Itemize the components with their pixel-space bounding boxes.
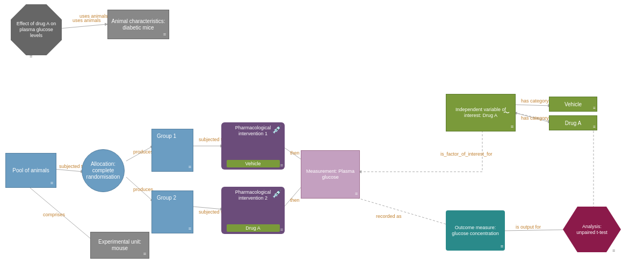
analysis-doc-icon: ≡ xyxy=(612,248,615,253)
pharma1-syringe-icon: 💉 xyxy=(272,125,281,134)
measurement-node: Measurement: Plasma glucose ≡ xyxy=(301,150,360,199)
druga-doc-icon: ≡ xyxy=(593,124,596,129)
pool-of-animals-node: Pool of animals ≡ xyxy=(5,153,56,188)
druga-cat-label: Drug A xyxy=(565,120,582,126)
label-is-output-for: is output for xyxy=(516,224,541,230)
allocation-node: Allocation: complete randomisation ≡ xyxy=(82,149,125,192)
svg-line-1 xyxy=(54,169,83,172)
pharma2-doc-icon: ≡ xyxy=(280,227,283,232)
group1-doc-icon: ≡ xyxy=(189,164,191,170)
label-produces-2: produces xyxy=(133,187,153,192)
animal-chars-doc-icon: ≡ xyxy=(163,32,166,37)
study-title-node: Effect of drug A on plasma glucose level… xyxy=(11,4,62,55)
independent-var-node: Independent variable of interest: Drug A… xyxy=(446,94,516,131)
label-recorded-as: recorded as xyxy=(376,214,402,219)
analysis-label: Analysis: unpaired t-test xyxy=(574,224,610,236)
experimental-unit-node: Experimental unit: mouse ≡ xyxy=(90,232,149,259)
label-produces-1: produces xyxy=(133,149,153,155)
arrows-svg xyxy=(0,0,644,271)
measurement-doc-icon: ≡ xyxy=(355,191,358,196)
vehicle-cat-node: Vehicle ≡ xyxy=(549,97,597,112)
group2-label: Group 2 xyxy=(155,194,178,202)
wave-icon: 〜 xyxy=(503,108,510,118)
analysis-node: Analysis: unpaired t-test xyxy=(563,207,621,252)
measurement-label: Measurement: Plasma glucose xyxy=(304,169,357,180)
study-title-label: Effect of drug A on plasma glucose level… xyxy=(11,20,62,39)
group2-node: Group 2 ≡ xyxy=(151,191,193,233)
pool-label: Pool of animals xyxy=(10,166,51,175)
group1-label: Group 1 xyxy=(155,132,178,141)
label-comprises: comprises xyxy=(43,212,65,217)
pharma1-vehicle-bar: Vehicle xyxy=(227,160,280,167)
independent-var-doc-icon: ≡ xyxy=(511,124,513,129)
label-is-factor: is_factor_of_interest_for xyxy=(440,151,493,157)
label-has-category-1: has category xyxy=(521,98,549,104)
outcome-label: Outcome measure: glucose concentration xyxy=(448,225,503,237)
pharma2-syringe-icon: 💉 xyxy=(272,189,281,198)
animal-chars-node: Animal characteristics: diabetic mice ≡ xyxy=(107,10,169,39)
label-has-category-2: has category xyxy=(521,115,549,121)
diagram-container: uses animals subjected to produces produ… xyxy=(0,0,644,271)
svg-line-0 xyxy=(61,24,107,28)
group2-doc-icon: ≡ xyxy=(189,226,191,231)
svg-line-11 xyxy=(515,105,551,106)
pharma1-node: Pharmacological intervention 1 💉 Vehicle… xyxy=(221,122,285,170)
pharma2-druga-bar: Drug A xyxy=(227,224,280,232)
pharma2-node: Pharmacological intervention 2 💉 Drug A … xyxy=(221,187,285,234)
pool-doc-icon: ≡ xyxy=(50,180,53,186)
group1-node: Group 1 ≡ xyxy=(151,129,193,172)
label-then-1: then xyxy=(290,150,300,156)
animal-chars-label: Animal characteristics: diabetic mice xyxy=(108,17,169,32)
outcome-doc-icon: ≡ xyxy=(501,244,503,249)
pharma1-doc-icon: ≡ xyxy=(280,163,283,168)
svg-line-10 xyxy=(504,230,567,231)
label-then-2: then xyxy=(290,197,300,203)
experimental-unit-doc-icon: ≡ xyxy=(143,251,146,257)
uses-animals-label: uses animals xyxy=(79,13,108,19)
experimental-unit-label: Experimental unit: mouse xyxy=(91,238,149,253)
allocation-label: Allocation: complete randomisation xyxy=(82,160,124,181)
vehicle-cat-label: Vehicle xyxy=(565,101,582,107)
druga-cat-node: Drug A ≡ xyxy=(549,115,597,130)
allocation-doc-icon: ≡ xyxy=(119,185,121,190)
outcome-node: Outcome measure: glucose concentration ≡ xyxy=(446,210,505,251)
vehicle-doc-icon: ≡ xyxy=(593,106,596,111)
